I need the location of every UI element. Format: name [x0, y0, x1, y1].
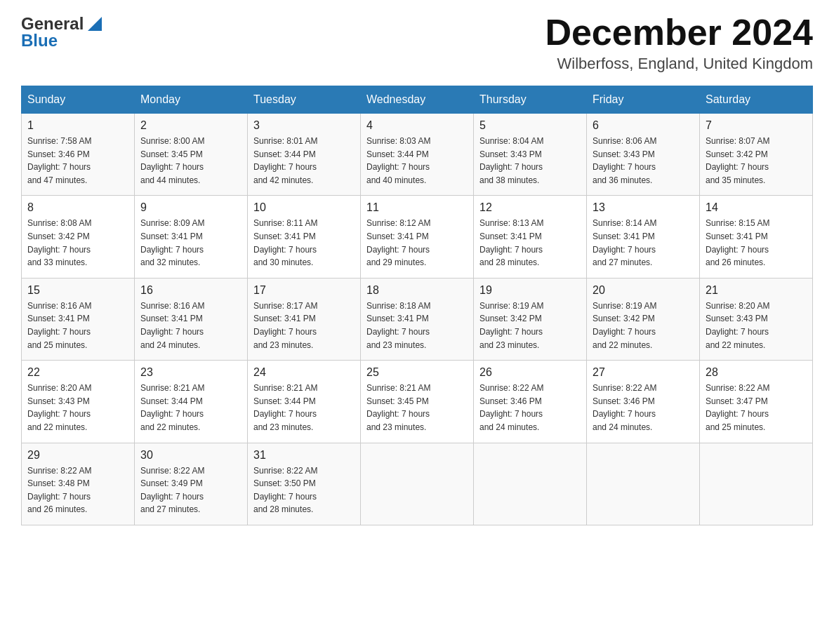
day-info: Sunrise: 8:08 AM Sunset: 3:42 PM Dayligh…: [27, 217, 128, 269]
calendar-cell: [587, 443, 700, 525]
calendar-cell: 3 Sunrise: 8:01 AM Sunset: 3:44 PM Dayli…: [248, 114, 361, 196]
day-number: 25: [366, 366, 468, 379]
calendar-cell: 7 Sunrise: 8:07 AM Sunset: 3:42 PM Dayli…: [700, 114, 813, 196]
day-number: 8: [27, 201, 128, 214]
calendar-cell: [474, 443, 587, 525]
day-number: 17: [253, 284, 355, 297]
day-info: Sunrise: 8:03 AM Sunset: 3:44 PM Dayligh…: [366, 135, 468, 187]
calendar-cell: 17 Sunrise: 8:17 AM Sunset: 3:41 PM Dayl…: [248, 278, 361, 360]
day-number: 14: [706, 201, 807, 214]
calendar-cell: [700, 443, 813, 525]
calendar-week-row: 15 Sunrise: 8:16 AM Sunset: 3:41 PM Dayl…: [22, 278, 813, 360]
calendar-cell: 24 Sunrise: 8:21 AM Sunset: 3:44 PM Dayl…: [248, 361, 361, 443]
day-number: 12: [479, 201, 581, 214]
day-number: 21: [706, 284, 807, 297]
calendar-cell: 10 Sunrise: 8:11 AM Sunset: 3:41 PM Dayl…: [248, 196, 361, 278]
calendar-cell: 27 Sunrise: 8:22 AM Sunset: 3:46 PM Dayl…: [587, 361, 700, 443]
day-number: 15: [27, 284, 128, 297]
weekday-header-tuesday: Tuesday: [248, 86, 361, 114]
calendar-cell: 25 Sunrise: 8:21 AM Sunset: 3:45 PM Dayl…: [361, 361, 474, 443]
day-number: 16: [140, 284, 241, 297]
day-number: 4: [366, 119, 468, 132]
calendar-week-row: 29 Sunrise: 8:22 AM Sunset: 3:48 PM Dayl…: [22, 443, 813, 525]
day-number: 6: [593, 119, 694, 132]
weekday-header-saturday: Saturday: [700, 86, 813, 114]
day-number: 19: [479, 284, 581, 297]
day-number: 20: [593, 284, 694, 297]
logo: General Blue: [21, 14, 105, 51]
day-info: Sunrise: 8:12 AM Sunset: 3:41 PM Dayligh…: [366, 217, 468, 269]
day-info: Sunrise: 8:01 AM Sunset: 3:44 PM Dayligh…: [253, 135, 355, 187]
month-title: December 2024: [545, 14, 813, 51]
day-number: 18: [366, 284, 468, 297]
day-info: Sunrise: 8:21 AM Sunset: 3:45 PM Dayligh…: [366, 382, 468, 434]
calendar-cell: 16 Sunrise: 8:16 AM Sunset: 3:41 PM Dayl…: [135, 278, 248, 360]
calendar-cell: 4 Sunrise: 8:03 AM Sunset: 3:44 PM Dayli…: [361, 114, 474, 196]
calendar-cell: 15 Sunrise: 8:16 AM Sunset: 3:41 PM Dayl…: [22, 278, 135, 360]
day-info: Sunrise: 8:14 AM Sunset: 3:41 PM Dayligh…: [593, 217, 694, 269]
location-title: Wilberfoss, England, United Kingdom: [545, 55, 813, 73]
calendar-cell: 1 Sunrise: 7:58 AM Sunset: 3:46 PM Dayli…: [22, 114, 135, 196]
calendar-cell: 12 Sunrise: 8:13 AM Sunset: 3:41 PM Dayl…: [474, 196, 587, 278]
weekday-header-thursday: Thursday: [474, 86, 587, 114]
calendar-table: SundayMondayTuesdayWednesdayThursdayFrid…: [21, 86, 813, 525]
calendar-cell: 30 Sunrise: 8:22 AM Sunset: 3:49 PM Dayl…: [135, 443, 248, 525]
day-number: 7: [706, 119, 807, 132]
day-number: 5: [479, 119, 581, 132]
page-header: General Blue December 2024 Wilberfoss, E…: [21, 14, 813, 73]
calendar-cell: [361, 443, 474, 525]
calendar-cell: 26 Sunrise: 8:22 AM Sunset: 3:46 PM Dayl…: [474, 361, 587, 443]
day-number: 11: [366, 201, 468, 214]
day-number: 1: [27, 119, 128, 132]
day-info: Sunrise: 8:21 AM Sunset: 3:44 PM Dayligh…: [253, 382, 355, 434]
day-info: Sunrise: 8:00 AM Sunset: 3:45 PM Dayligh…: [140, 135, 241, 187]
day-info: Sunrise: 8:22 AM Sunset: 3:50 PM Dayligh…: [253, 464, 355, 516]
calendar-cell: 22 Sunrise: 8:20 AM Sunset: 3:43 PM Dayl…: [22, 361, 135, 443]
calendar-cell: 19 Sunrise: 8:19 AM Sunset: 3:42 PM Dayl…: [474, 278, 587, 360]
calendar-cell: 14 Sunrise: 8:15 AM Sunset: 3:41 PM Dayl…: [700, 196, 813, 278]
day-number: 27: [593, 366, 694, 379]
weekday-header-wednesday: Wednesday: [361, 86, 474, 114]
day-number: 2: [140, 119, 241, 132]
day-info: Sunrise: 8:19 AM Sunset: 3:42 PM Dayligh…: [593, 300, 694, 351]
day-info: Sunrise: 8:15 AM Sunset: 3:41 PM Dayligh…: [706, 217, 807, 269]
calendar-cell: 23 Sunrise: 8:21 AM Sunset: 3:44 PM Dayl…: [135, 361, 248, 443]
day-info: Sunrise: 8:17 AM Sunset: 3:41 PM Dayligh…: [253, 300, 355, 351]
day-number: 24: [253, 366, 355, 379]
calendar-week-row: 8 Sunrise: 8:08 AM Sunset: 3:42 PM Dayli…: [22, 196, 813, 278]
day-info: Sunrise: 8:16 AM Sunset: 3:41 PM Dayligh…: [27, 300, 128, 351]
svg-marker-0: [88, 17, 102, 31]
day-info: Sunrise: 8:22 AM Sunset: 3:49 PM Dayligh…: [140, 464, 241, 516]
day-number: 10: [253, 201, 355, 214]
day-number: 22: [27, 366, 128, 379]
day-info: Sunrise: 7:58 AM Sunset: 3:46 PM Dayligh…: [27, 135, 128, 187]
day-number: 30: [140, 449, 241, 462]
day-number: 28: [706, 366, 807, 379]
day-info: Sunrise: 8:19 AM Sunset: 3:42 PM Dayligh…: [479, 300, 581, 351]
day-info: Sunrise: 8:18 AM Sunset: 3:41 PM Dayligh…: [366, 300, 468, 351]
day-number: 3: [253, 119, 355, 132]
day-info: Sunrise: 8:20 AM Sunset: 3:43 PM Dayligh…: [706, 300, 807, 351]
weekday-header-sunday: Sunday: [22, 86, 135, 114]
day-info: Sunrise: 8:07 AM Sunset: 3:42 PM Dayligh…: [706, 135, 807, 187]
calendar-cell: 2 Sunrise: 8:00 AM Sunset: 3:45 PM Dayli…: [135, 114, 248, 196]
calendar-cell: 21 Sunrise: 8:20 AM Sunset: 3:43 PM Dayl…: [700, 278, 813, 360]
weekday-header-monday: Monday: [135, 86, 248, 114]
day-info: Sunrise: 8:22 AM Sunset: 3:46 PM Dayligh…: [593, 382, 694, 434]
day-info: Sunrise: 8:22 AM Sunset: 3:48 PM Dayligh…: [27, 464, 128, 516]
day-number: 13: [593, 201, 694, 214]
logo-blue-text: Blue: [21, 31, 58, 51]
weekday-header-friday: Friday: [587, 86, 700, 114]
calendar-body: 1 Sunrise: 7:58 AM Sunset: 3:46 PM Dayli…: [22, 114, 813, 525]
day-info: Sunrise: 8:22 AM Sunset: 3:47 PM Dayligh…: [706, 382, 807, 434]
calendar-cell: 9 Sunrise: 8:09 AM Sunset: 3:41 PM Dayli…: [135, 196, 248, 278]
calendar-cell: 18 Sunrise: 8:18 AM Sunset: 3:41 PM Dayl…: [361, 278, 474, 360]
day-info: Sunrise: 8:04 AM Sunset: 3:43 PM Dayligh…: [479, 135, 581, 187]
day-info: Sunrise: 8:06 AM Sunset: 3:43 PM Dayligh…: [593, 135, 694, 187]
day-number: 26: [479, 366, 581, 379]
day-info: Sunrise: 8:21 AM Sunset: 3:44 PM Dayligh…: [140, 382, 241, 434]
day-info: Sunrise: 8:11 AM Sunset: 3:41 PM Dayligh…: [253, 217, 355, 269]
calendar-cell: 6 Sunrise: 8:06 AM Sunset: 3:43 PM Dayli…: [587, 114, 700, 196]
day-number: 31: [253, 449, 355, 462]
calendar-cell: 8 Sunrise: 8:08 AM Sunset: 3:42 PM Dayli…: [22, 196, 135, 278]
